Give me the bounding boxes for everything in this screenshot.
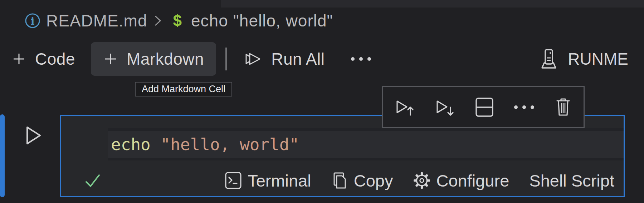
run-all-button[interactable]: Run All: [241, 42, 327, 76]
tooltip-text: Add Markdown Cell: [142, 84, 225, 95]
notebook-toolbar: Code Markdown Run All: [9, 41, 644, 76]
kernel-label: RUNME: [568, 49, 628, 69]
plus-icon: [103, 51, 118, 66]
breadcrumb-file[interactable]: README.md: [46, 11, 147, 30]
tooltip-add-markdown-cell: Add Markdown Cell: [135, 82, 232, 96]
breadcrumb-cell-title[interactable]: echo "hello, world": [191, 11, 333, 30]
code-space: [151, 135, 161, 154]
configure-label: Configure: [436, 171, 509, 190]
run-cell-button[interactable]: [25, 125, 42, 147]
terminal-label: Terminal: [248, 171, 311, 190]
run-all-label: Run All: [271, 49, 325, 69]
plus-icon: [11, 51, 26, 66]
breadcrumb-shell-symbol: $: [173, 12, 181, 30]
configure-button[interactable]: Configure: [413, 171, 509, 190]
code-keyword: echo: [111, 135, 151, 154]
copy-icon: [331, 171, 348, 190]
cell-hover-toolbar: [382, 86, 585, 128]
add-code-cell-button[interactable]: Code: [9, 42, 77, 76]
gear-icon: [413, 171, 431, 190]
cell-status-bar: Terminal Copy: [61, 167, 624, 196]
add-code-label: Code: [35, 49, 75, 69]
code-line[interactable]: echo "hello, world": [111, 135, 299, 154]
cell-status-actions: Terminal Copy: [224, 171, 614, 190]
kernel-selector-runme[interactable]: RUNME: [538, 41, 628, 76]
more-cell-actions-button[interactable]: [514, 105, 534, 109]
execute-below-button[interactable]: [435, 98, 455, 117]
run-all-icon: [243, 51, 263, 67]
split-cell-button[interactable]: [475, 97, 494, 118]
more-actions-button[interactable]: [347, 42, 375, 76]
terminal-button[interactable]: Terminal: [224, 171, 311, 190]
check-icon: [83, 172, 102, 189]
code-string: "hello, world": [160, 135, 299, 154]
delete-cell-button[interactable]: [554, 97, 572, 117]
copy-button[interactable]: Copy: [331, 171, 393, 190]
execute-below-icon: [435, 98, 455, 117]
add-markdown-cell-button[interactable]: Markdown: [91, 42, 216, 76]
language-picker[interactable]: Shell Script: [529, 171, 614, 190]
add-markdown-label: Markdown: [127, 49, 204, 69]
ellipsis-icon: [351, 57, 371, 61]
svg-text:i: i: [31, 15, 35, 27]
cell-editor[interactable]: echo "hello, world": [108, 128, 624, 160]
copy-label: Copy: [354, 171, 393, 190]
terminal-icon: [224, 171, 242, 190]
language-label: Shell Script: [529, 171, 614, 190]
notebook-editor: i README.md $ echo "hello, world" Code: [0, 0, 644, 203]
execute-above-icon: [395, 98, 415, 117]
run-cell-icon: [25, 125, 42, 147]
ellipsis-icon: [514, 105, 534, 109]
execute-above-button[interactable]: [395, 98, 415, 117]
trash-icon: [554, 97, 572, 117]
tab-bar-background: [221, 0, 644, 8]
info-icon: i: [24, 13, 41, 29]
chevron-right-icon: [153, 13, 162, 28]
breadcrumb: i README.md $ echo "hello, world": [24, 11, 333, 31]
runme-logo-icon: [538, 48, 559, 70]
cell-focus-indicator[interactable]: [0, 114, 5, 197]
toolbar-divider: [225, 48, 227, 70]
split-cell-icon: [475, 97, 494, 118]
